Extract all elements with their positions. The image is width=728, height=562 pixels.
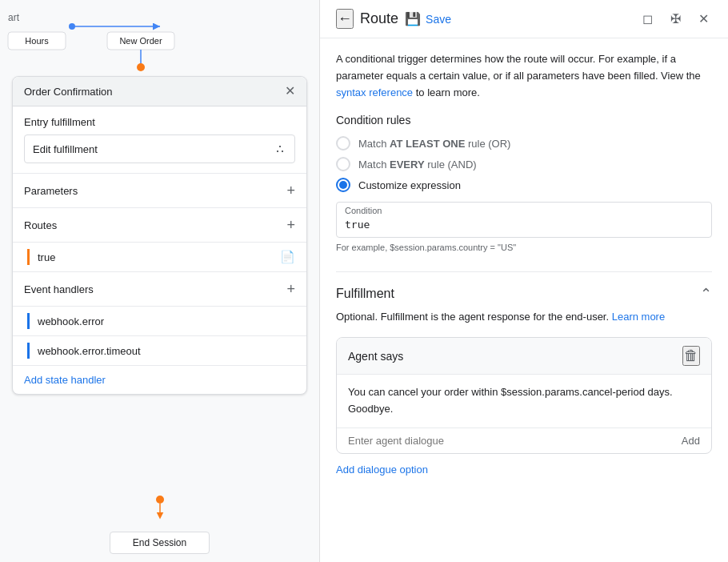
dialogue-input[interactable] xyxy=(348,435,682,447)
panel-header: Order Confirmation ✕ xyxy=(13,77,306,106)
radio-group: Match AT LEAST ONE rule (OR) Match EVERY… xyxy=(336,136,712,192)
event-handler-item-2[interactable]: webhook.error.timeout xyxy=(13,336,306,366)
route-text: true xyxy=(38,251,280,263)
close-button[interactable]: ✕ xyxy=(695,8,712,30)
entry-fulfillment-section: Entry fulfillment Edit fulfillment ⛬ xyxy=(13,106,306,174)
agent-dialogue-row: Add xyxy=(337,428,711,453)
fulfillment-title: Fulfillment xyxy=(336,287,394,301)
split-button[interactable]: ✠ xyxy=(667,8,684,30)
svg-point-9 xyxy=(156,496,164,504)
header-right: ◻ ✠ ✕ xyxy=(639,8,712,30)
route-indicator xyxy=(27,249,30,265)
panel-title: Order Confirmation xyxy=(24,86,113,98)
routes-add-button[interactable]: + xyxy=(286,218,295,232)
event-text-1: webhook.error xyxy=(38,315,104,327)
add-dialogue-inline-button[interactable]: Add xyxy=(682,435,700,447)
event-handlers-section: Event handlers + xyxy=(13,272,306,307)
condition-rules-heading: Condition rules xyxy=(336,114,712,126)
agent-says-box: Agent says 🗑 You can cancel your order w… xyxy=(336,337,712,454)
routes-section: Routes + xyxy=(13,208,306,243)
order-confirmation-panel: Order Confirmation ✕ Entry fulfillment E… xyxy=(12,76,307,395)
route-doc-icon: 📄 xyxy=(280,250,295,264)
route-item[interactable]: true 📄 xyxy=(13,243,306,272)
condition-box: Condition xyxy=(336,202,712,238)
radio-label-and: Match EVERY rule (AND) xyxy=(358,159,477,171)
save-icon: 💾 xyxy=(405,11,421,26)
svg-point-8 xyxy=(137,63,145,71)
canvas-area: art Hours New Order xyxy=(0,0,319,562)
fulfillment-desc: Optional. Fulfillment is the agent respo… xyxy=(336,309,712,326)
description-text: A conditional trigger determines how the… xyxy=(336,51,712,101)
bottom-flow: End Session xyxy=(0,492,319,554)
parameters-label: Parameters xyxy=(24,185,78,197)
event-handler-item-1[interactable]: webhook.error xyxy=(13,307,306,336)
add-dialogue-option-button[interactable]: Add dialogue option xyxy=(336,464,712,476)
parameters-add-button[interactable]: + xyxy=(286,183,295,198)
agent-says-header: Agent says 🗑 xyxy=(337,338,711,375)
edit-icon: ⛬ xyxy=(274,142,286,156)
back-button[interactable]: ← xyxy=(336,9,354,29)
end-session-node: End Session xyxy=(110,532,210,554)
condition-label: Condition xyxy=(337,203,711,215)
event-handlers-add-button[interactable]: + xyxy=(286,282,295,296)
condition-hint: For example, $session.params.country = "… xyxy=(336,241,712,259)
event-text-2: webhook.error.timeout xyxy=(38,345,141,357)
radio-circle-custom xyxy=(336,178,350,192)
left-panel: art Hours New Order xyxy=(0,0,320,562)
edit-fulfillment-row[interactable]: Edit fulfillment ⛬ xyxy=(24,134,295,163)
divider xyxy=(336,271,712,272)
right-content: A conditional trigger determines how the… xyxy=(320,38,728,562)
agent-says-label: Agent says xyxy=(348,350,403,363)
svg-text:New Order: New Order xyxy=(119,36,162,46)
radio-circle-and xyxy=(336,157,350,171)
entry-fulfillment-title: Entry fulfillment xyxy=(24,116,295,128)
right-panel: ← Route 💾 Save ◻ ✠ ✕ A conditional trigg… xyxy=(320,0,728,562)
radio-item-and[interactable]: Match EVERY rule (AND) xyxy=(336,157,712,171)
save-label: Save xyxy=(426,13,451,26)
radio-inner-custom xyxy=(339,181,347,189)
parameters-section: Parameters + xyxy=(13,174,306,208)
syntax-reference-link[interactable]: syntax reference xyxy=(336,86,413,98)
radio-item-custom[interactable]: Customize expression xyxy=(336,178,712,192)
header-left: ← Route 💾 Save xyxy=(336,9,451,29)
delete-agent-says-button[interactable]: 🗑 xyxy=(682,346,700,366)
event-indicator-2 xyxy=(27,343,30,359)
svg-text:art: art xyxy=(8,12,20,23)
save-button[interactable]: 💾 Save xyxy=(405,11,451,26)
event-indicator-1 xyxy=(27,313,30,329)
panel-close-button[interactable]: ✕ xyxy=(285,85,295,98)
radio-label-custom: Customize expression xyxy=(358,179,461,191)
route-title: Route xyxy=(360,10,398,27)
edit-fulfillment-label: Edit fulfillment xyxy=(33,143,98,155)
collapse-button[interactable]: ⌃ xyxy=(700,285,712,303)
add-state-handler[interactable]: Add state handler xyxy=(13,366,306,394)
svg-text:Hours: Hours xyxy=(25,36,49,46)
learn-more-link[interactable]: Learn more xyxy=(612,311,665,323)
agent-message: You can cancel your order within $sessio… xyxy=(337,375,711,428)
fullscreen-button[interactable]: ◻ xyxy=(639,8,656,30)
fulfillment-header: Fulfillment ⌃ xyxy=(336,285,712,303)
condition-input[interactable] xyxy=(337,215,711,237)
routes-label: Routes xyxy=(24,219,57,231)
right-header: ← Route 💾 Save ◻ ✠ ✕ xyxy=(320,0,728,38)
event-handlers-label: Event handlers xyxy=(24,283,94,295)
radio-label-or: Match AT LEAST ONE rule (OR) xyxy=(358,138,510,150)
radio-item-or[interactable]: Match AT LEAST ONE rule (OR) xyxy=(336,136,712,151)
radio-circle-or xyxy=(336,136,350,151)
